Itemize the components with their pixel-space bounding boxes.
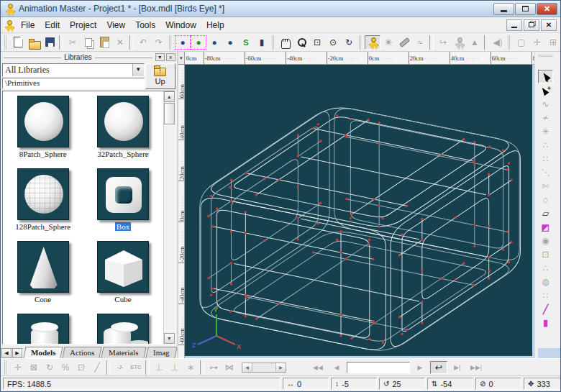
lock-tool[interactable]: ⊡ <box>538 247 553 261</box>
ruler-options-button[interactable]: ▼ <box>178 52 185 64</box>
library-thumbnail[interactable] <box>97 168 149 220</box>
library-thumbnail[interactable] <box>97 96 149 147</box>
jump-button[interactable]: -J- <box>112 360 128 375</box>
child-close-button[interactable]: ✕ <box>541 19 557 31</box>
add-spline-tool[interactable]: ╱ <box>538 302 553 316</box>
menu-project[interactable]: Project <box>65 19 101 32</box>
library-item-cylinder[interactable] <box>17 314 69 345</box>
timeline-mini-scrollbar[interactable]: ◀ ▶ <box>242 363 286 373</box>
library-scrollbar[interactable]: ▲ ▼ <box>163 91 175 344</box>
viewport-canvas[interactable]: Y Z X <box>185 65 534 358</box>
library-thumbnail[interactable] <box>17 314 69 345</box>
add-mode-tool[interactable]: + <box>538 83 553 97</box>
menu-view[interactable]: View <box>101 19 130 32</box>
panel-pin-button[interactable]: ▾ <box>155 53 165 61</box>
up-folder-button[interactable]: Up <box>145 63 175 89</box>
library-thumbnail[interactable] <box>17 241 69 293</box>
path-button[interactable]: ╱ <box>89 360 105 375</box>
bones-mode-button[interactable]: ✳ <box>380 35 396 50</box>
library-path-field[interactable]: \Primitives <box>2 78 145 89</box>
menu-window[interactable]: Window <box>160 19 201 32</box>
patch-tool[interactable]: ◉ <box>538 234 553 247</box>
key-skeletal-button[interactable]: ⊥ <box>151 360 167 375</box>
rect-lasso-tool[interactable]: ▱ <box>538 206 553 220</box>
scroll-down-icon[interactable]: ▼ <box>164 333 175 344</box>
modeling-mode-button[interactable] <box>365 35 380 50</box>
bias-manipulator-button[interactable]: % <box>58 360 73 375</box>
next-frame-button[interactable]: ▶| <box>449 361 466 374</box>
end-frame-button[interactable]: ▶▶| <box>468 361 485 374</box>
new-button[interactable] <box>10 35 26 50</box>
points-tool-3[interactable]: ⋱ <box>538 165 553 179</box>
select-tool[interactable] <box>538 70 553 83</box>
chevron-down-icon[interactable]: ▼ <box>132 64 144 76</box>
maximize-button[interactable] <box>515 3 536 15</box>
library-item-label[interactable]: 32Patch_Sphere <box>96 150 150 158</box>
rewind-button[interactable]: ◀◀ <box>309 361 327 374</box>
scroll-right-icon[interactable]: ▶ <box>276 363 286 372</box>
subdivide-tool[interactable]: ✳ <box>538 124 553 138</box>
new-model-button[interactable]: ● <box>175 35 191 50</box>
paste-button[interactable] <box>96 35 112 50</box>
library-item-label[interactable]: Cube <box>113 295 132 304</box>
embed-model-button[interactable]: S <box>238 35 254 50</box>
distort-view-button[interactable]: ⊞ <box>545 35 560 50</box>
insert-point-tool[interactable]: ∿ <box>538 97 553 111</box>
library-item-label[interactable]: Box <box>115 222 131 231</box>
refresh-button[interactable]: ↻ <box>341 35 357 50</box>
library-item-label[interactable]: 128Patch_Sphere <box>14 222 72 231</box>
library-item-cone[interactable]: Cone <box>17 241 69 304</box>
library-item-128patch-sphere[interactable]: 128Patch_Sphere <box>14 168 72 231</box>
scrollbar-thumb[interactable] <box>164 103 175 124</box>
library-thumbnail[interactable] <box>97 314 149 345</box>
menu-file[interactable]: File <box>16 19 40 32</box>
library-item-label[interactable]: 8Patch_Sphere <box>18 150 68 158</box>
rotate-manipulator-button[interactable]: ↻ <box>42 360 58 375</box>
tab-materials[interactable]: Materials <box>101 347 147 358</box>
turn-tool-button[interactable]: ↪ <box>435 35 451 50</box>
skeletal-mode-button[interactable] <box>451 35 467 50</box>
key-bias-button[interactable]: ∗ <box>183 360 199 375</box>
sound-button[interactable]: ◀) <box>490 35 506 50</box>
break-spline-tool[interactable]: ≁ <box>538 111 553 124</box>
import-model-button[interactable]: ● <box>206 35 222 50</box>
zoom-selected-button[interactable]: ⊙ <box>325 35 341 50</box>
etc-button[interactable]: ETC <box>128 360 144 375</box>
library-thumbnail[interactable] <box>17 168 69 220</box>
delete-button[interactable]: ✕ <box>112 35 128 50</box>
child-restore-button[interactable] <box>524 19 539 31</box>
frame-input[interactable] <box>347 362 410 373</box>
mdi-child-icon[interactable] <box>3 19 14 31</box>
library-item-box[interactable]: Box <box>97 168 149 231</box>
tab-images[interactable]: Imag <box>145 347 176 358</box>
library-thumbnail[interactable] <box>97 241 149 293</box>
knife-tool[interactable]: ✄ <box>538 179 553 193</box>
scale-manipulator-button[interactable]: ⊠ <box>26 360 42 375</box>
key-filter-button[interactable]: ⊶ <box>206 360 222 375</box>
cut-button[interactable]: ✂ <box>65 35 81 50</box>
wireframe-view-button[interactable]: ▢ <box>514 35 529 50</box>
zoom-button[interactable] <box>293 35 309 50</box>
tabs-scroll-left-icon[interactable]: ◀ <box>1 348 12 358</box>
child-minimize-button[interactable] <box>506 19 522 31</box>
close-button[interactable]: ✕ <box>537 3 557 15</box>
scroll-up-icon[interactable]: ▲ <box>164 91 175 102</box>
menu-help[interactable]: Help <box>201 19 229 32</box>
save-all-button[interactable] <box>42 35 58 50</box>
library-item-label[interactable]: Cone <box>33 295 53 304</box>
move-view-button[interactable]: ✛ <box>529 35 545 50</box>
redo-button[interactable]: ↷ <box>151 35 167 50</box>
lasso-tool[interactable]: ◌ <box>538 193 553 206</box>
save-model-button[interactable]: ● <box>222 35 238 50</box>
bound-manipulator-button[interactable]: ⊡ <box>73 360 89 375</box>
pan-button[interactable] <box>278 35 293 50</box>
tab-actions[interactable]: Actions <box>63 347 103 358</box>
zoom-fit-button[interactable]: ⊡ <box>309 35 325 50</box>
minimize-button[interactable] <box>493 3 514 15</box>
library-select[interactable]: All Libraries ▼ <box>2 63 145 77</box>
play-button[interactable]: ▶ <box>411 361 429 374</box>
mirror-mode-button[interactable]: ⋈ <box>222 360 237 375</box>
muscle-mode-button[interactable]: ≈ <box>412 35 428 50</box>
undo-button[interactable]: ↶ <box>135 35 151 50</box>
points-tool-5[interactable]: ∷ <box>538 288 553 302</box>
